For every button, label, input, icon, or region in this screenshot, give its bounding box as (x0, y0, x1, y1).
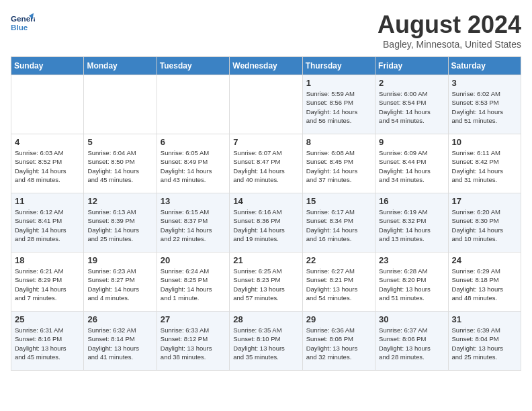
logo-icon: General Blue (11, 11, 35, 35)
day-number: 3 (452, 78, 517, 88)
calendar-cell: 2Sunrise: 6:00 AM Sunset: 8:54 PM Daylig… (375, 75, 448, 134)
calendar-cell: 1Sunrise: 5:59 AM Sunset: 8:56 PM Daylig… (302, 75, 375, 134)
calendar-cell (157, 75, 229, 134)
month-title: August 2024 (378, 11, 521, 39)
calendar-cell: 3Sunrise: 6:02 AM Sunset: 8:53 PM Daylig… (448, 75, 521, 134)
day-info: Sunrise: 6:32 AM Sunset: 8:14 PM Dayligh… (87, 326, 152, 361)
day-header-sunday: Sunday (11, 57, 84, 75)
calendar-cell: 26Sunrise: 6:32 AM Sunset: 8:14 PM Dayli… (84, 312, 157, 371)
calendar-cell: 12Sunrise: 6:13 AM Sunset: 8:39 PM Dayli… (84, 193, 157, 253)
day-info: Sunrise: 6:39 AM Sunset: 8:04 PM Dayligh… (452, 326, 517, 361)
day-header-monday: Monday (84, 57, 157, 75)
calendar-cell: 30Sunrise: 6:37 AM Sunset: 8:06 PM Dayli… (375, 312, 448, 371)
day-number: 22 (306, 255, 371, 265)
calendar-cell: 28Sunrise: 6:35 AM Sunset: 8:10 PM Dayli… (230, 312, 302, 371)
calendar-cell: 29Sunrise: 6:36 AM Sunset: 8:08 PM Dayli… (302, 312, 375, 371)
day-info: Sunrise: 6:17 AM Sunset: 8:34 PM Dayligh… (306, 208, 371, 243)
logo: General Blue (11, 11, 35, 35)
day-info: Sunrise: 6:25 AM Sunset: 8:23 PM Dayligh… (233, 267, 298, 302)
calendar-cell: 14Sunrise: 6:16 AM Sunset: 8:36 PM Dayli… (230, 193, 302, 253)
day-number: 16 (379, 196, 444, 206)
week-row-1: 1Sunrise: 5:59 AM Sunset: 8:56 PM Daylig… (11, 75, 521, 134)
calendar-cell: 22Sunrise: 6:27 AM Sunset: 8:21 PM Dayli… (302, 253, 375, 312)
day-number: 6 (161, 137, 226, 147)
day-info: Sunrise: 6:09 AM Sunset: 8:44 PM Dayligh… (379, 148, 444, 184)
day-info: Sunrise: 6:15 AM Sunset: 8:37 PM Dayligh… (161, 208, 226, 243)
day-info: Sunrise: 6:07 AM Sunset: 8:47 PM Dayligh… (233, 148, 298, 184)
day-number: 18 (15, 255, 80, 265)
day-info: Sunrise: 6:27 AM Sunset: 8:21 PM Dayligh… (306, 267, 371, 302)
page-header: General Blue August 2024 Bagley, Minneso… (11, 11, 521, 50)
day-info: Sunrise: 6:21 AM Sunset: 8:29 PM Dayligh… (15, 267, 80, 302)
day-info: Sunrise: 6:08 AM Sunset: 8:45 PM Dayligh… (306, 148, 371, 184)
day-number: 31 (452, 314, 517, 324)
day-info: Sunrise: 6:12 AM Sunset: 8:41 PM Dayligh… (15, 208, 80, 243)
day-number: 29 (306, 314, 371, 324)
calendar-cell: 24Sunrise: 6:29 AM Sunset: 8:18 PM Dayli… (448, 253, 521, 312)
day-info: Sunrise: 6:36 AM Sunset: 8:08 PM Dayligh… (306, 326, 371, 361)
calendar-cell: 25Sunrise: 6:31 AM Sunset: 8:16 PM Dayli… (11, 312, 84, 371)
day-number: 19 (87, 255, 152, 265)
calendar-cell: 21Sunrise: 6:25 AM Sunset: 8:23 PM Dayli… (230, 253, 302, 312)
calendar-cell (84, 75, 157, 134)
day-number: 7 (233, 137, 298, 147)
day-info: Sunrise: 6:02 AM Sunset: 8:53 PM Dayligh… (452, 89, 517, 125)
calendar-cell: 16Sunrise: 6:19 AM Sunset: 8:32 PM Dayli… (375, 193, 448, 253)
day-number: 12 (87, 196, 152, 206)
calendar-table: SundayMondayTuesdayWednesdayThursdayFrid… (11, 56, 521, 371)
day-number: 20 (161, 255, 226, 265)
calendar-cell (230, 75, 302, 134)
calendar-cell: 17Sunrise: 6:20 AM Sunset: 8:30 PM Dayli… (448, 193, 521, 253)
day-header-thursday: Thursday (302, 57, 375, 75)
week-row-4: 18Sunrise: 6:21 AM Sunset: 8:29 PM Dayli… (11, 253, 521, 312)
day-info: Sunrise: 6:04 AM Sunset: 8:50 PM Dayligh… (87, 148, 152, 184)
calendar-cell: 7Sunrise: 6:07 AM Sunset: 8:47 PM Daylig… (230, 134, 302, 193)
day-number: 2 (379, 78, 444, 88)
week-row-5: 25Sunrise: 6:31 AM Sunset: 8:16 PM Dayli… (11, 312, 521, 371)
day-info: Sunrise: 6:37 AM Sunset: 8:06 PM Dayligh… (379, 326, 444, 361)
day-info: Sunrise: 6:19 AM Sunset: 8:32 PM Dayligh… (379, 208, 444, 243)
calendar-cell: 31Sunrise: 6:39 AM Sunset: 8:04 PM Dayli… (448, 312, 521, 371)
day-info: Sunrise: 6:31 AM Sunset: 8:16 PM Dayligh… (15, 326, 80, 361)
day-number: 23 (379, 255, 444, 265)
day-info: Sunrise: 5:59 AM Sunset: 8:56 PM Dayligh… (306, 89, 371, 125)
day-number: 24 (452, 255, 517, 265)
day-header-saturday: Saturday (448, 57, 521, 75)
calendar-cell: 15Sunrise: 6:17 AM Sunset: 8:34 PM Dayli… (302, 193, 375, 253)
calendar-cell: 19Sunrise: 6:23 AM Sunset: 8:27 PM Dayli… (84, 253, 157, 312)
day-number: 10 (452, 137, 517, 147)
day-header-wednesday: Wednesday (230, 57, 302, 75)
day-info: Sunrise: 6:33 AM Sunset: 8:12 PM Dayligh… (161, 326, 226, 361)
day-header-friday: Friday (375, 57, 448, 75)
day-number: 25 (15, 314, 80, 324)
calendar-cell: 8Sunrise: 6:08 AM Sunset: 8:45 PM Daylig… (302, 134, 375, 193)
calendar-cell: 6Sunrise: 6:05 AM Sunset: 8:49 PM Daylig… (157, 134, 229, 193)
day-number: 21 (233, 255, 298, 265)
day-number: 28 (233, 314, 298, 324)
day-number: 4 (15, 137, 80, 147)
day-number: 15 (306, 196, 371, 206)
day-number: 9 (379, 137, 444, 147)
day-number: 26 (87, 314, 152, 324)
day-info: Sunrise: 6:23 AM Sunset: 8:27 PM Dayligh… (87, 267, 152, 302)
calendar-cell: 27Sunrise: 6:33 AM Sunset: 8:12 PM Dayli… (157, 312, 229, 371)
day-number: 8 (306, 137, 371, 147)
day-header-tuesday: Tuesday (157, 57, 229, 75)
calendar-cell: 23Sunrise: 6:28 AM Sunset: 8:20 PM Dayli… (375, 253, 448, 312)
calendar-cell: 18Sunrise: 6:21 AM Sunset: 8:29 PM Dayli… (11, 253, 84, 312)
day-number: 14 (233, 196, 298, 206)
day-info: Sunrise: 6:20 AM Sunset: 8:30 PM Dayligh… (452, 208, 517, 243)
day-number: 1 (306, 78, 371, 88)
day-info: Sunrise: 6:16 AM Sunset: 8:36 PM Dayligh… (233, 208, 298, 243)
calendar-cell: 4Sunrise: 6:03 AM Sunset: 8:52 PM Daylig… (11, 134, 84, 193)
week-row-3: 11Sunrise: 6:12 AM Sunset: 8:41 PM Dayli… (11, 193, 521, 253)
day-info: Sunrise: 6:00 AM Sunset: 8:54 PM Dayligh… (379, 89, 444, 125)
svg-text:Blue: Blue (11, 23, 28, 32)
calendar-cell (11, 75, 84, 134)
calendar-cell: 20Sunrise: 6:24 AM Sunset: 8:25 PM Dayli… (157, 253, 229, 312)
day-number: 30 (379, 314, 444, 324)
day-number: 13 (161, 196, 226, 206)
calendar-cell: 13Sunrise: 6:15 AM Sunset: 8:37 PM Dayli… (157, 193, 229, 253)
day-info: Sunrise: 6:35 AM Sunset: 8:10 PM Dayligh… (233, 326, 298, 361)
title-block: August 2024 Bagley, Minnesota, United St… (378, 11, 521, 50)
